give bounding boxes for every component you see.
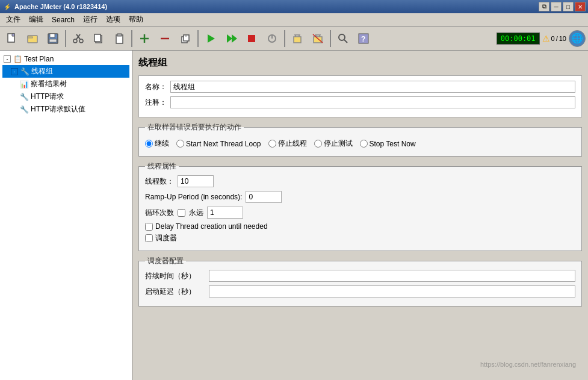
thread-count-input[interactable] — [178, 175, 214, 187]
radio-stopthread[interactable]: 停止线程 — [268, 139, 307, 149]
shutdown-button[interactable] — [262, 29, 282, 48]
radio-stoptest[interactable]: 停止测试 — [314, 139, 353, 149]
menu-options[interactable]: 选项 — [102, 14, 124, 26]
app-title: Apache JMeter (4.0 r1823414) — [14, 3, 107, 10]
menu-bar: 文件 编辑 Search 运行 选项 帮助 — [0, 13, 588, 26]
radio-stopnow-input[interactable] — [360, 140, 368, 148]
tree-item-testplan[interactable]: - 📋 Test Plan — [2, 53, 129, 65]
start-no-pause-button[interactable] — [221, 29, 241, 48]
rampup-input[interactable] — [246, 191, 282, 203]
svg-rect-4 — [50, 34, 55, 37]
radio-stoptest-input[interactable] — [314, 140, 322, 148]
radio-nextloop[interactable]: Start Next Thread Loop — [176, 140, 261, 148]
scheduler-config-section: 调度器配置 持续时间（秒） 启动延迟（秒） — [138, 256, 582, 307]
loop-count-label: 循环次数 — [145, 208, 174, 218]
name-section: 名称： 注释： — [138, 75, 582, 117]
duplicate-button[interactable] — [176, 29, 195, 48]
sep3 — [197, 30, 199, 47]
tree-item-httprequest-default[interactable]: 🔧 HTTP请求默认值 — [2, 103, 129, 116]
name-row: 名称： — [145, 81, 575, 93]
radio-continue-input[interactable] — [145, 140, 153, 148]
scheduler-config-legend: 调度器配置 — [145, 256, 186, 266]
menu-run[interactable]: 运行 — [79, 14, 101, 26]
tree-toggle-threadgroup[interactable]: - — [11, 68, 18, 75]
remove-button[interactable] — [155, 29, 175, 48]
copy-button[interactable] — [89, 29, 108, 48]
content-area: 线程组 名称： 注释： 在取样器错误后要执行的动作 继续 — [132, 51, 588, 380]
start-delay-label: 启动延迟（秒） — [145, 287, 205, 297]
start-delay-row: 启动延迟（秒） — [145, 285, 575, 297]
sep2 — [131, 30, 132, 47]
scheduler-checkbox[interactable] — [145, 234, 153, 242]
radio-stopnow[interactable]: Stop Test Now — [360, 140, 416, 148]
httprequest-label: HTTP请求 — [31, 92, 64, 102]
minimize-btn[interactable]: ─ — [551, 2, 562, 11]
svg-rect-30 — [314, 37, 322, 43]
svg-marker-21 — [227, 34, 232, 43]
timer-display: 00:00:01 — [497, 33, 540, 45]
svg-text:?: ? — [361, 35, 365, 43]
scheduler-row: 调度器 — [145, 233, 575, 243]
thread-properties-legend: 线程属性 — [145, 161, 179, 172]
svg-rect-5 — [49, 39, 57, 42]
open-button[interactable] — [23, 29, 42, 48]
restore-btn[interactable]: ⧉ — [539, 2, 549, 11]
error-display: ⚠ 0 / 10 — [542, 34, 566, 43]
svg-rect-11 — [94, 34, 101, 42]
error-action-radio-group: 继续 Start Next Thread Loop 停止线程 停止测试 Stop… — [145, 139, 575, 149]
radio-stoptest-label: 停止测试 — [324, 139, 353, 149]
globe-button[interactable]: 🌐 — [569, 30, 586, 47]
tree-item-resulttree[interactable]: 📊 察看结果树 — [2, 78, 129, 90]
stop-button[interactable] — [242, 29, 261, 48]
error-count: 0 — [551, 35, 555, 42]
name-input[interactable] — [170, 81, 575, 93]
sep5 — [330, 30, 331, 47]
cut-button[interactable] — [69, 29, 88, 48]
svg-marker-22 — [232, 34, 237, 43]
loop-count-input[interactable] — [207, 207, 243, 219]
save-button[interactable] — [43, 29, 63, 48]
start-delay-input[interactable] — [209, 285, 575, 297]
threadgroup-icon: 🔧 — [20, 67, 29, 76]
thread-count-row: 线程数： — [145, 175, 575, 187]
resulttree-icon: 📊 — [19, 79, 29, 89]
svg-point-9 — [79, 39, 83, 43]
rampup-label: Ramp-Up Period (in seconds): — [145, 193, 242, 201]
add-button[interactable] — [135, 29, 154, 48]
search-toolbar-button[interactable] — [333, 29, 353, 48]
tree-panel: - 📋 Test Plan - 🔧 线程组 📊 察看结果树 🔧 HTTP请求 🔧… — [0, 51, 132, 380]
radio-continue-label: 继续 — [155, 139, 169, 149]
radio-continue[interactable]: 继续 — [145, 139, 169, 149]
radio-nextloop-input[interactable] — [176, 140, 184, 148]
clear-button[interactable] — [288, 29, 307, 48]
close-btn[interactable]: ✕ — [575, 2, 586, 11]
maximize-btn[interactable]: □ — [563, 2, 574, 11]
radio-nextloop-label: Start Next Thread Loop — [186, 140, 261, 148]
svg-rect-2 — [28, 37, 32, 38]
new-button[interactable] — [2, 29, 22, 48]
menu-help[interactable]: 帮助 — [125, 14, 147, 26]
paste-button[interactable] — [110, 29, 129, 48]
tree-toggle-testplan[interactable]: - — [4, 55, 11, 63]
help-button[interactable]: ? — [354, 29, 373, 48]
clear-all-button[interactable] — [308, 29, 327, 48]
menu-file[interactable]: 文件 — [2, 14, 24, 26]
menu-edit[interactable]: 编辑 — [25, 14, 47, 26]
svg-point-35 — [339, 34, 345, 40]
forever-label: 永远 — [189, 208, 203, 218]
radio-stopthread-label: 停止线程 — [278, 139, 307, 149]
menu-search[interactable]: Search — [48, 14, 78, 26]
warning-icon: ⚠ — [542, 34, 550, 43]
scheduler-label: 调度器 — [155, 233, 177, 243]
name-label: 名称： — [145, 82, 167, 92]
comment-input[interactable] — [170, 96, 575, 108]
forever-checkbox[interactable] — [178, 209, 185, 217]
tree-item-threadgroup[interactable]: - 🔧 线程组 — [2, 65, 129, 78]
start-button[interactable] — [201, 29, 220, 48]
radio-stopthread-input[interactable] — [268, 140, 276, 148]
delay-creation-checkbox[interactable] — [145, 223, 153, 231]
delay-creation-row: Delay Thread creation until needed — [145, 222, 575, 231]
duration-input[interactable] — [209, 270, 575, 282]
testplan-icon: 📋 — [13, 54, 22, 64]
tree-item-httprequest[interactable]: 🔧 HTTP请求 — [2, 90, 129, 103]
